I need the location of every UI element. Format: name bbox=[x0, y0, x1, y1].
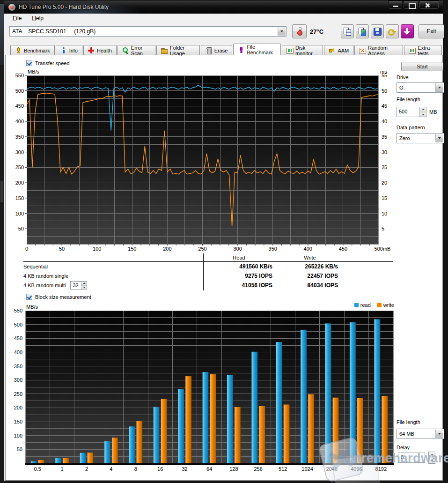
queue-depth-value: 32 bbox=[71, 282, 81, 289]
tab-extra-tests[interactable]: Extra tests bbox=[404, 45, 442, 55]
temperature-button[interactable] bbox=[292, 24, 307, 38]
exit-button[interactable]: Exit bbox=[419, 24, 444, 38]
health-icon bbox=[88, 47, 95, 53]
capture-button[interactable] bbox=[401, 24, 414, 38]
copy-screenshot-button[interactable] bbox=[356, 24, 369, 38]
drive-label: Drive bbox=[397, 74, 409, 80]
svg-text:10: 10 bbox=[382, 211, 387, 216]
svg-text:5: 5 bbox=[382, 226, 384, 231]
svg-text:500: 500 bbox=[15, 88, 24, 94]
svg-text:256: 256 bbox=[254, 466, 263, 472]
file-length-label: File length bbox=[397, 97, 420, 102]
svg-text:250: 250 bbox=[15, 164, 24, 170]
svg-text:550: 550 bbox=[15, 73, 24, 78]
results-table: Read Write Sequential491560 KB/s265226 K… bbox=[23, 253, 393, 290]
copy-report-icon bbox=[343, 27, 352, 36]
result-row-label: Sequential bbox=[23, 264, 203, 269]
svg-text:1024: 1024 bbox=[301, 466, 313, 472]
tab-label: Info bbox=[69, 48, 78, 53]
tabstrip: BenchmarkInfoHealthError ScanFolder Usag… bbox=[10, 44, 443, 55]
svg-text:64: 64 bbox=[206, 466, 212, 472]
app-window: HD Tune Pro 5.00 - Hard Disk Utility Fil… bbox=[4, 0, 443, 481]
data-pattern-label: Data pattern bbox=[397, 125, 425, 130]
svg-text:450: 450 bbox=[14, 335, 22, 341]
minimize-button[interactable] bbox=[388, 0, 403, 9]
background-window-fragment bbox=[0, 4, 4, 65]
spin-down-button[interactable] bbox=[81, 286, 87, 290]
thermometer-icon bbox=[295, 27, 304, 36]
read-column-header: Read bbox=[203, 255, 275, 260]
info-icon bbox=[60, 47, 67, 53]
svg-text:450: 450 bbox=[339, 246, 347, 252]
tab-benchmark[interactable]: Benchmark bbox=[10, 45, 55, 55]
menu-item-help[interactable]: Help bbox=[28, 14, 48, 22]
tab-label: Health bbox=[97, 48, 112, 53]
maximize-button[interactable] bbox=[403, 0, 419, 9]
block-size-checkbox[interactable] bbox=[26, 294, 32, 300]
tab-error-scan[interactable]: Error Scan bbox=[118, 45, 155, 55]
svg-text:100: 100 bbox=[93, 246, 101, 252]
svg-text:50: 50 bbox=[17, 446, 22, 452]
data-pattern-selector[interactable]: Zero bbox=[397, 133, 444, 143]
titlebar: HD Tune Pro 5.00 - Hard Disk Utility bbox=[4, 0, 443, 14]
tab-info[interactable]: Info bbox=[56, 45, 82, 55]
svg-text:20: 20 bbox=[382, 180, 387, 186]
watermark-text: xtremehardware.com bbox=[350, 451, 448, 466]
drive-letter-selector[interactable]: G: bbox=[397, 82, 444, 93]
options-icon bbox=[388, 27, 397, 36]
block-file-length-label: File length bbox=[397, 419, 420, 425]
svg-text:30: 30 bbox=[382, 149, 387, 155]
transfer-speed-checkbox[interactable] bbox=[26, 60, 32, 66]
spin-down-button[interactable] bbox=[420, 112, 426, 117]
random-access-icon bbox=[359, 47, 366, 53]
menu-item-file[interactable]: File bbox=[8, 14, 26, 22]
svg-text:150: 150 bbox=[14, 419, 22, 424]
tab-health[interactable]: Health bbox=[83, 45, 117, 55]
svg-text:550: 550 bbox=[14, 308, 22, 313]
transfer-speed-label: Transfer speed bbox=[35, 60, 70, 66]
tab-label: Random Access bbox=[368, 45, 398, 56]
block-file-length-selector[interactable]: 64 MB bbox=[397, 429, 444, 439]
result-write-value: 22457 IOPS bbox=[275, 273, 338, 279]
svg-text:15: 15 bbox=[382, 195, 387, 201]
queue-depth-spinner[interactable]: 32 bbox=[70, 281, 87, 290]
svg-text:25: 25 bbox=[382, 164, 387, 170]
svg-text:0: 0 bbox=[25, 246, 28, 252]
options-button[interactable] bbox=[386, 24, 399, 38]
spin-up-button[interactable] bbox=[81, 282, 87, 286]
spin-up-button[interactable] bbox=[420, 107, 426, 112]
svg-text:45: 45 bbox=[382, 103, 387, 109]
tab-file-benchmark[interactable]: File Benchmark bbox=[233, 44, 281, 55]
tab-erase[interactable]: Erase bbox=[201, 45, 233, 55]
save-button[interactable] bbox=[371, 24, 384, 38]
result-row: 4 KB random multi3241056 IOPS84034 IOPS bbox=[23, 281, 393, 290]
data-pattern-value: Zero bbox=[397, 135, 410, 141]
close-button[interactable] bbox=[419, 0, 439, 9]
tab-aam[interactable]: AAM bbox=[324, 45, 353, 55]
svg-text:350: 350 bbox=[15, 134, 24, 140]
drive-selector-arrow[interactable] bbox=[278, 27, 286, 36]
tab-folder-usage[interactable]: Folder Usage bbox=[156, 45, 200, 55]
svg-text:400: 400 bbox=[304, 246, 312, 252]
svg-text:350: 350 bbox=[269, 246, 277, 252]
write-column-header: Write bbox=[275, 255, 345, 260]
result-row: 4 KB random single9275 IOPS22457 IOPS bbox=[23, 271, 393, 281]
benchmark-icon bbox=[15, 47, 22, 53]
table-divider bbox=[275, 253, 275, 290]
tab-label: Error Scan bbox=[131, 45, 151, 56]
result-read-value: 9275 IOPS bbox=[203, 273, 275, 279]
tab-disk-monitor[interactable]: Disk monitor bbox=[282, 45, 323, 55]
copy-report-button[interactable] bbox=[341, 24, 354, 38]
drive-selector[interactable]: ATA SPCC SSD101 (120 gB) bbox=[9, 26, 286, 37]
svg-text:100: 100 bbox=[14, 433, 22, 438]
svg-text:200: 200 bbox=[15, 180, 24, 186]
extra-tests-icon bbox=[409, 47, 415, 53]
block-file-length-value: 64 MB bbox=[397, 431, 414, 437]
table-header: Read Write bbox=[23, 253, 393, 261]
svg-text:300: 300 bbox=[14, 377, 22, 383]
app-icon bbox=[8, 4, 15, 11]
svg-text:0.5: 0.5 bbox=[34, 466, 41, 472]
tab-random-access[interactable]: Random Access bbox=[354, 45, 403, 55]
file-length-spinner[interactable]: 500 bbox=[397, 107, 426, 117]
start-button[interactable]: Start bbox=[401, 62, 443, 71]
